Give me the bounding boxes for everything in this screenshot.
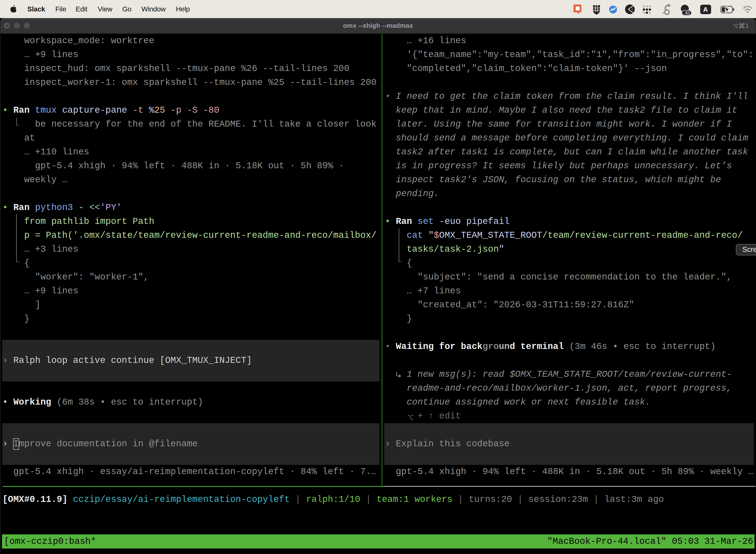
svg-text:..61: ..61 (683, 11, 690, 15)
svg-text:A: A (703, 6, 708, 13)
